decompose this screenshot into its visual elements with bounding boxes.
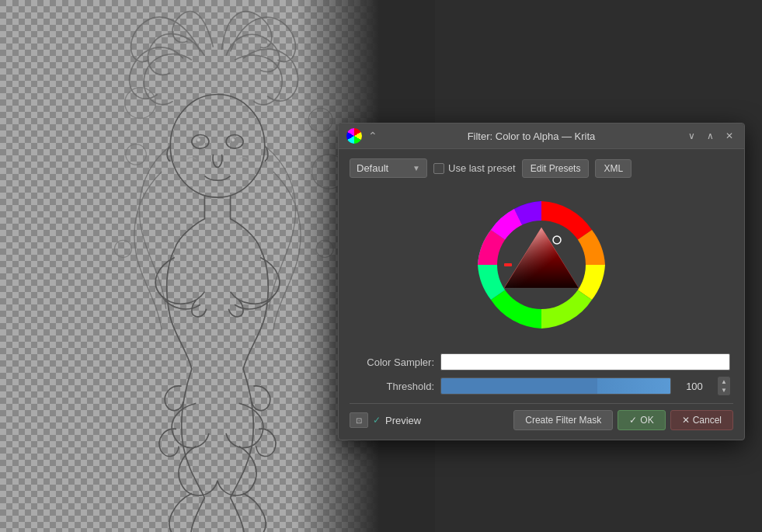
dropdown-arrow-icon: ▼ [412,164,420,172]
svg-point-1 [126,144,147,165]
svg-point-4 [114,240,131,257]
create-filter-mask-button[interactable]: Create Filter Mask [513,410,613,430]
controls-area: Color Sampler: Threshold: 100 ▲ ▼ [350,353,733,395]
spinner-up-button[interactable]: ▲ [719,377,729,386]
threshold-label: Threshold: [353,381,434,392]
spinner-down-button[interactable]: ▼ [719,386,729,395]
title-bar-left: ⌃ [346,128,378,144]
edit-presets-button[interactable]: Edit Presets [522,159,590,178]
svg-point-10 [231,137,239,146]
preset-label: Default [357,162,409,174]
ok-button[interactable]: ✓ OK [618,410,665,430]
preview-icon-button[interactable]: ⊡ [350,412,368,428]
maximize-button[interactable]: ∧ [704,129,718,143]
close-button[interactable]: ✕ [722,129,736,143]
action-buttons: Create Filter Mask ✓ OK ✕ Cancel [513,410,733,430]
ok-label: OK [640,415,653,426]
dialog-title-bar: ⌃ Filter: Color to Alpha — Krita ∨ ∧ ✕ [339,123,744,149]
preview-group: ⊡ ✓ Preview [350,412,421,428]
dialog-title: Filter: Color to Alpha — Krita [468,130,596,142]
threshold-spinner: ▲ ▼ [718,377,730,395]
color-wheel-svg [471,195,611,335]
use-last-preset-checkbox[interactable] [433,163,444,174]
filter-dialog: ⌃ Filter: Color to Alpha — Krita ∨ ∧ ✕ D… [338,123,745,440]
cancel-button[interactable]: ✕ Cancel [670,410,733,430]
threshold-container: 100 ▲ ▼ [440,377,730,395]
cancel-label: Cancel [693,415,722,426]
krita-logo [346,128,362,144]
color-sampler-label: Color Sampler: [353,356,434,368]
preview-label: Preview [385,415,421,426]
svg-point-11 [197,138,200,141]
xml-button[interactable]: XML [595,159,632,178]
svg-point-9 [196,137,204,146]
use-last-preset-label: Use last preset [448,162,516,174]
color-sampler-row: Color Sampler: [353,353,730,370]
preset-dropdown[interactable]: Default ▼ [350,158,427,178]
dialog-content: Default ▼ Use last preset Edit Presets X… [339,149,744,440]
threshold-fill [441,378,597,394]
threshold-value: 100 [676,381,713,392]
ok-icon: ✓ [629,415,637,426]
color-sampler-bar[interactable] [440,353,730,370]
bottom-row: ⊡ ✓ Preview Create Filter Mask ✓ OK ✕ Ca… [350,403,733,430]
toolbar-row: Default ▼ Use last preset Edit Presets X… [350,158,733,178]
svg-point-12 [231,138,235,141]
preview-check-icon: ✓ [373,415,381,426]
threshold-track[interactable] [440,377,671,395]
color-wheel-container [350,189,733,341]
svg-rect-20 [504,263,512,266]
svg-point-6 [170,95,265,198]
threshold-row: Threshold: 100 ▲ ▼ [353,377,730,395]
color-wheel-wrapper[interactable] [471,195,611,335]
use-last-preset-group: Use last preset [433,162,516,174]
svg-point-0 [125,88,156,119]
expand-icon[interactable]: ⌃ [368,130,378,142]
cancel-icon: ✕ [682,415,690,426]
title-bar-controls: ∨ ∧ ✕ [685,129,736,143]
minimize-button[interactable]: ∨ [685,129,699,143]
